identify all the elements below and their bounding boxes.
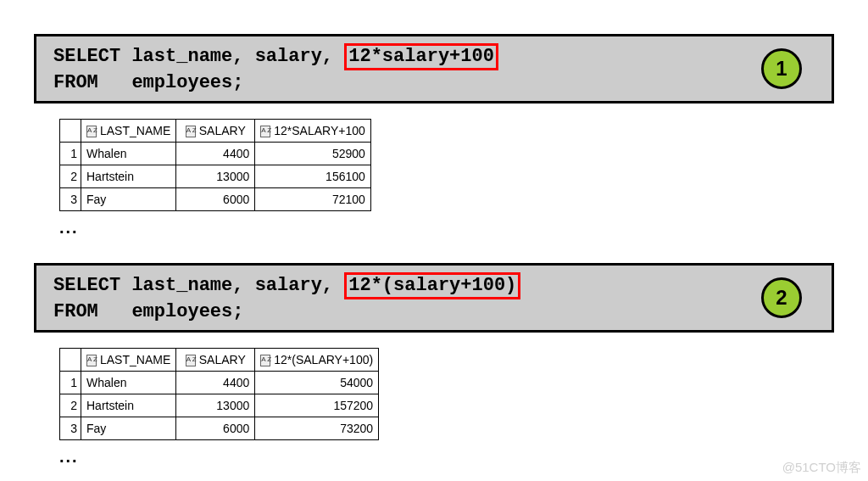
code-line: FROM employees; <box>53 70 815 96</box>
sort-icon: A Z <box>86 126 97 137</box>
cell-calc: 72100 <box>255 188 371 211</box>
cell-salary: 6000 <box>176 188 255 211</box>
row-number: 1 <box>60 143 81 165</box>
table-header-row: A ZLAST_NAME A ZSALARY A Z12*(SALARY+100… <box>60 349 379 372</box>
sort-icon: A Z <box>260 126 270 137</box>
code-line: SELECT last_name, salary, 12*salary+100 <box>53 43 815 70</box>
cell-name: Whalen <box>81 372 176 394</box>
cell-calc: 52900 <box>255 143 371 165</box>
code-text: SELECT last_name, salary, <box>53 46 344 67</box>
cell-calc: 157200 <box>255 394 379 417</box>
rownum-header <box>60 120 81 143</box>
row-number: 3 <box>60 188 81 211</box>
sort-icon: A Z <box>186 126 196 137</box>
col-label: LAST_NAME <box>100 353 170 366</box>
cell-name: Whalen <box>81 143 176 165</box>
sort-icon: A Z <box>260 355 270 366</box>
row-number: 2 <box>60 394 81 417</box>
col-label: 12*SALARY+100 <box>274 124 365 137</box>
table-header-row: A ZLAST_NAME A ZSALARY A Z12*SALARY+100 <box>60 120 371 143</box>
table-row: 2 Hartstein 13000 157200 <box>60 394 379 417</box>
sql-code-box-1: SELECT last_name, salary, 12*salary+100 … <box>34 34 834 103</box>
code-line: FROM employees; <box>53 299 815 325</box>
example-number-badge: 1 <box>761 48 802 89</box>
col-label: LAST_NAME <box>100 124 170 137</box>
table-row: 3 Fay 6000 72100 <box>60 188 371 211</box>
col-header: A Z12*(SALARY+100) <box>255 349 379 372</box>
code-line: SELECT last_name, salary, 12*(salary+100… <box>53 272 815 299</box>
row-number: 1 <box>60 372 81 394</box>
table-row: 1 Whalen 4400 54000 <box>60 372 379 394</box>
table-row: 1 Whalen 4400 52900 <box>60 143 371 165</box>
code-text: SELECT last_name, salary, <box>53 275 344 296</box>
col-header: A ZLAST_NAME <box>81 349 176 372</box>
ellipsis: ... <box>59 447 834 467</box>
col-header: A ZSALARY <box>176 120 255 143</box>
col-label: SALARY <box>199 124 246 137</box>
cell-calc: 156100 <box>255 165 371 188</box>
row-number: 3 <box>60 417 81 440</box>
cell-calc: 54000 <box>255 372 379 394</box>
cell-name: Fay <box>81 188 176 211</box>
result-table-2: A ZLAST_NAME A ZSALARY A Z12*(SALARY+100… <box>59 348 834 440</box>
watermark: @51CTO博客 <box>782 460 861 476</box>
cell-calc: 73200 <box>255 417 379 440</box>
rownum-header <box>60 349 81 372</box>
row-number: 2 <box>60 165 81 188</box>
col-label: SALARY <box>199 353 246 366</box>
sort-icon: A Z <box>186 355 196 366</box>
col-header: A Z12*SALARY+100 <box>255 120 371 143</box>
result-table-1: A ZLAST_NAME A ZSALARY A Z12*SALARY+100 … <box>59 119 834 211</box>
highlighted-expression: 12*salary+100 <box>344 43 498 70</box>
sort-icon: A Z <box>86 355 97 366</box>
cell-salary: 4400 <box>176 143 255 165</box>
col-label: 12*(SALARY+100) <box>274 353 373 366</box>
highlighted-expression: 12*(salary+100) <box>344 272 520 299</box>
table-row: 2 Hartstein 13000 156100 <box>60 165 371 188</box>
col-header: A ZSALARY <box>176 349 255 372</box>
cell-salary: 4400 <box>176 372 255 394</box>
col-header: A ZLAST_NAME <box>81 120 176 143</box>
table-row: 3 Fay 6000 73200 <box>60 417 379 440</box>
cell-salary: 13000 <box>176 165 255 188</box>
cell-name: Hartstein <box>81 394 176 417</box>
example-number-badge: 2 <box>761 277 802 318</box>
ellipsis: ... <box>59 218 834 238</box>
cell-name: Hartstein <box>81 165 176 188</box>
cell-salary: 6000 <box>176 417 255 440</box>
cell-salary: 13000 <box>176 394 255 417</box>
cell-name: Fay <box>81 417 176 440</box>
sql-code-box-2: SELECT last_name, salary, 12*(salary+100… <box>34 263 834 333</box>
